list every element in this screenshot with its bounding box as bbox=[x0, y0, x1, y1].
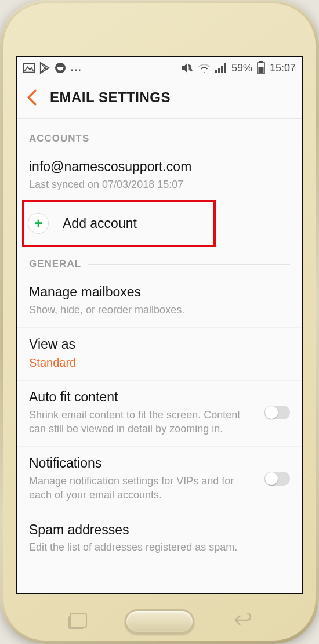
back-icon[interactable] bbox=[26, 89, 38, 106]
spam-addresses-item[interactable]: Spam addresses Edit the list of addresse… bbox=[17, 513, 302, 565]
item-sub: Manage notification settings for VIPs an… bbox=[29, 474, 249, 502]
item-sub: Show, hide, or reorder mailboxes. bbox=[29, 303, 290, 317]
battery-icon bbox=[257, 61, 265, 74]
gallery-icon bbox=[23, 63, 35, 73]
more-notifications-icon: ... bbox=[71, 63, 82, 73]
item-title: Manage mailboxes bbox=[29, 284, 290, 301]
account-synced: Last synced on 07/03/2018 15:07 bbox=[29, 178, 290, 191]
plus-icon: + bbox=[28, 213, 49, 234]
item-sub: Edit the list of addresses registered as… bbox=[29, 540, 290, 554]
item-title: Spam addresses bbox=[29, 522, 290, 538]
phone-frame: SAMSUNG ... 59% 15:07 bbox=[0, 0, 319, 644]
item-title: View as bbox=[29, 336, 290, 353]
screen: ... 59% 15:07 EMAIL SETTINGS ACCOUNTS bbox=[16, 56, 303, 594]
section-heading-accounts: ACCOUNTS bbox=[17, 119, 302, 150]
auto-fit-item[interactable]: Auto fit content Shrink email content to… bbox=[17, 381, 302, 447]
item-sub: Shrink email content to fit the screen. … bbox=[29, 408, 249, 436]
item-value: Standard bbox=[29, 356, 290, 370]
section-label: GENERAL bbox=[29, 258, 81, 270]
auto-fit-toggle[interactable] bbox=[264, 406, 290, 419]
vibrate-mute-icon bbox=[180, 62, 193, 74]
clock-time: 15:07 bbox=[270, 62, 296, 74]
add-account-label: Add account bbox=[63, 216, 137, 231]
page-title: EMAIL SETTINGS bbox=[50, 89, 171, 106]
battery-percentage: 59% bbox=[231, 62, 252, 74]
notifications-item[interactable]: Notifications Manage notification settin… bbox=[17, 447, 302, 513]
signal-icon bbox=[215, 63, 227, 73]
home-button[interactable] bbox=[125, 609, 194, 634]
svg-rect-11 bbox=[224, 63, 226, 73]
wifi-icon bbox=[198, 63, 211, 73]
account-item[interactable]: info@namescosupport.com Last synced on 0… bbox=[17, 150, 302, 202]
item-title: Notifications bbox=[29, 455, 249, 472]
app-badge-icon bbox=[55, 62, 66, 74]
section-label: ACCOUNTS bbox=[29, 133, 89, 144]
section-heading-general: GENERAL bbox=[17, 244, 302, 276]
play-store-icon bbox=[39, 62, 50, 74]
svg-rect-8 bbox=[215, 70, 217, 73]
recent-apps-softkey[interactable] bbox=[70, 613, 87, 628]
add-account-button[interactable]: + Add account bbox=[17, 202, 302, 244]
notifications-toggle[interactable] bbox=[264, 472, 290, 486]
status-bar: ... 59% 15:07 bbox=[17, 57, 302, 79]
item-title: Auto fit content bbox=[29, 389, 249, 406]
svg-rect-0 bbox=[24, 64, 34, 73]
app-header: EMAIL SETTINGS bbox=[17, 79, 302, 119]
view-as-item[interactable]: View as Standard bbox=[17, 328, 302, 381]
svg-rect-10 bbox=[221, 66, 223, 73]
svg-rect-9 bbox=[218, 68, 220, 73]
manage-mailboxes-item[interactable]: Manage mailboxes Show, hide, or reorder … bbox=[17, 276, 302, 328]
svg-rect-14 bbox=[258, 67, 263, 73]
account-email: info@namescosupport.com bbox=[29, 158, 290, 175]
back-softkey[interactable] bbox=[233, 613, 251, 628]
